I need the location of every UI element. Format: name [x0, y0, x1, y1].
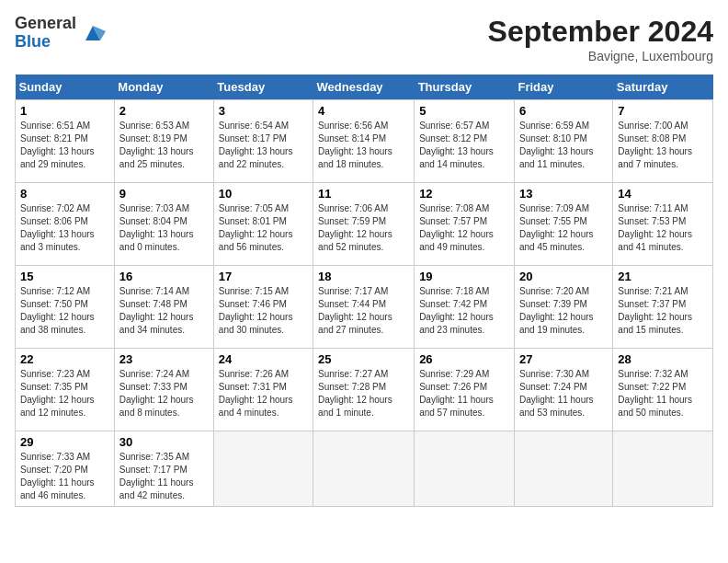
calendar-cell: 13Sunrise: 7:09 AM Sunset: 7:55 PM Dayli…	[514, 183, 612, 266]
calendar-week-row: 22Sunrise: 7:23 AM Sunset: 7:35 PM Dayli…	[16, 349, 713, 431]
calendar-cell: 22Sunrise: 7:23 AM Sunset: 7:35 PM Dayli…	[16, 349, 115, 431]
calendar-cell: 3Sunrise: 6:54 AM Sunset: 8:17 PM Daylig…	[213, 100, 313, 183]
calendar-cell: 28Sunrise: 7:32 AM Sunset: 7:22 PM Dayli…	[613, 349, 713, 431]
calendar-cell: 25Sunrise: 7:27 AM Sunset: 7:28 PM Dayli…	[313, 349, 415, 431]
calendar-cell	[313, 431, 415, 507]
day-info: Sunrise: 7:27 AM Sunset: 7:28 PM Dayligh…	[318, 368, 409, 419]
calendar-cell: 23Sunrise: 7:24 AM Sunset: 7:33 PM Dayli…	[114, 349, 213, 431]
calendar-cell: 16Sunrise: 7:14 AM Sunset: 7:48 PM Dayli…	[114, 266, 213, 349]
calendar-week-row: 15Sunrise: 7:12 AM Sunset: 7:50 PM Dayli…	[16, 266, 713, 349]
day-info: Sunrise: 7:08 AM Sunset: 7:57 PM Dayligh…	[419, 202, 509, 254]
day-number: 18	[318, 270, 409, 283]
day-info: Sunrise: 6:53 AM Sunset: 8:19 PM Dayligh…	[119, 120, 209, 171]
calendar-week-row: 29Sunrise: 7:33 AM Sunset: 7:20 PM Dayli…	[16, 431, 713, 507]
weekday-header: Saturday	[613, 75, 713, 100]
day-info: Sunrise: 7:23 AM Sunset: 7:35 PM Dayligh…	[20, 368, 109, 419]
calendar-week-row: 8Sunrise: 7:02 AM Sunset: 8:06 PM Daylig…	[16, 183, 713, 266]
calendar-cell	[415, 431, 515, 507]
day-number: 24	[219, 352, 308, 366]
calendar-cell: 30Sunrise: 7:35 AM Sunset: 7:17 PM Dayli…	[114, 431, 213, 507]
calendar-cell: 18Sunrise: 7:17 AM Sunset: 7:44 PM Dayli…	[313, 266, 415, 349]
day-info: Sunrise: 7:12 AM Sunset: 7:50 PM Dayligh…	[20, 285, 109, 337]
day-info: Sunrise: 7:24 AM Sunset: 7:33 PM Dayligh…	[119, 368, 209, 419]
calendar-cell: 26Sunrise: 7:29 AM Sunset: 7:26 PM Dayli…	[415, 349, 515, 431]
calendar-cell: 4Sunrise: 6:56 AM Sunset: 8:14 PM Daylig…	[313, 100, 415, 183]
day-number: 22	[20, 352, 109, 366]
calendar-cell: 19Sunrise: 7:18 AM Sunset: 7:42 PM Dayli…	[415, 266, 515, 349]
day-info: Sunrise: 7:30 AM Sunset: 7:24 PM Dayligh…	[519, 368, 608, 419]
day-number: 11	[318, 187, 409, 201]
day-number: 26	[419, 352, 509, 366]
day-info: Sunrise: 7:02 AM Sunset: 8:06 PM Dayligh…	[20, 202, 109, 254]
day-number: 29	[20, 435, 109, 449]
day-info: Sunrise: 7:17 AM Sunset: 7:44 PM Dayligh…	[318, 285, 409, 337]
day-number: 6	[519, 104, 608, 118]
day-info: Sunrise: 7:11 AM Sunset: 7:53 PM Dayligh…	[618, 202, 708, 254]
location: Bavigne, Luxembourg	[488, 49, 713, 63]
weekday-header: Tuesday	[213, 75, 313, 100]
day-number: 14	[618, 187, 708, 201]
day-number: 20	[519, 270, 608, 283]
page-header: General Blue September 2024 Bavigne, Lux…	[15, 15, 713, 63]
day-number: 5	[419, 104, 509, 118]
day-info: Sunrise: 7:14 AM Sunset: 7:48 PM Dayligh…	[119, 285, 209, 337]
weekday-header: Sunday	[16, 75, 115, 100]
calendar-cell: 17Sunrise: 7:15 AM Sunset: 7:46 PM Dayli…	[213, 266, 313, 349]
calendar-header-row: SundayMondayTuesdayWednesdayThursdayFrid…	[16, 75, 713, 100]
logo: General Blue	[15, 15, 106, 52]
day-number: 3	[219, 104, 308, 118]
day-info: Sunrise: 7:32 AM Sunset: 7:22 PM Dayligh…	[618, 368, 708, 419]
day-number: 19	[419, 270, 509, 283]
day-info: Sunrise: 7:18 AM Sunset: 7:42 PM Dayligh…	[419, 285, 509, 337]
calendar-cell	[514, 431, 612, 507]
day-number: 16	[119, 270, 209, 283]
calendar-cell: 6Sunrise: 6:59 AM Sunset: 8:10 PM Daylig…	[514, 100, 612, 183]
month-title: September 2024	[488, 15, 713, 49]
calendar-cell: 5Sunrise: 6:57 AM Sunset: 8:12 PM Daylig…	[415, 100, 515, 183]
logo-icon	[80, 20, 106, 46]
calendar-cell: 10Sunrise: 7:05 AM Sunset: 8:01 PM Dayli…	[213, 183, 313, 266]
day-info: Sunrise: 7:05 AM Sunset: 8:01 PM Dayligh…	[219, 202, 308, 254]
title-area: September 2024 Bavigne, Luxembourg	[488, 15, 713, 63]
calendar-cell: 12Sunrise: 7:08 AM Sunset: 7:57 PM Dayli…	[415, 183, 515, 266]
day-number: 15	[20, 270, 109, 283]
day-info: Sunrise: 7:26 AM Sunset: 7:31 PM Dayligh…	[219, 368, 308, 419]
calendar-cell: 14Sunrise: 7:11 AM Sunset: 7:53 PM Dayli…	[613, 183, 713, 266]
logo-blue-text: Blue	[15, 33, 76, 52]
day-info: Sunrise: 6:56 AM Sunset: 8:14 PM Dayligh…	[318, 120, 409, 171]
day-number: 12	[419, 187, 509, 201]
calendar-cell: 1Sunrise: 6:51 AM Sunset: 8:21 PM Daylig…	[16, 100, 115, 183]
day-info: Sunrise: 7:15 AM Sunset: 7:46 PM Dayligh…	[219, 285, 308, 337]
day-number: 8	[20, 187, 109, 201]
calendar-cell: 24Sunrise: 7:26 AM Sunset: 7:31 PM Dayli…	[213, 349, 313, 431]
day-info: Sunrise: 7:29 AM Sunset: 7:26 PM Dayligh…	[419, 368, 509, 419]
calendar-week-row: 1Sunrise: 6:51 AM Sunset: 8:21 PM Daylig…	[16, 100, 713, 183]
calendar-cell: 21Sunrise: 7:21 AM Sunset: 7:37 PM Dayli…	[613, 266, 713, 349]
calendar-table: SundayMondayTuesdayWednesdayThursdayFrid…	[15, 75, 713, 507]
weekday-header: Friday	[514, 75, 612, 100]
day-number: 28	[618, 352, 708, 366]
weekday-header: Thursday	[415, 75, 515, 100]
calendar-cell: 20Sunrise: 7:20 AM Sunset: 7:39 PM Dayli…	[514, 266, 612, 349]
day-number: 25	[318, 352, 409, 366]
day-info: Sunrise: 7:03 AM Sunset: 8:04 PM Dayligh…	[119, 202, 209, 254]
day-number: 23	[119, 352, 209, 366]
day-number: 2	[119, 104, 209, 118]
day-number: 21	[618, 270, 708, 283]
day-info: Sunrise: 7:20 AM Sunset: 7:39 PM Dayligh…	[519, 285, 608, 337]
day-number: 1	[20, 104, 109, 118]
day-info: Sunrise: 6:54 AM Sunset: 8:17 PM Dayligh…	[219, 120, 308, 171]
weekday-header: Monday	[114, 75, 213, 100]
day-info: Sunrise: 6:59 AM Sunset: 8:10 PM Dayligh…	[519, 120, 608, 171]
day-number: 17	[219, 270, 308, 283]
day-number: 30	[119, 435, 209, 449]
calendar-cell	[213, 431, 313, 507]
weekday-header: Wednesday	[313, 75, 415, 100]
calendar-cell: 2Sunrise: 6:53 AM Sunset: 8:19 PM Daylig…	[114, 100, 213, 183]
day-number: 9	[119, 187, 209, 201]
day-info: Sunrise: 6:57 AM Sunset: 8:12 PM Dayligh…	[419, 120, 509, 171]
calendar-cell: 8Sunrise: 7:02 AM Sunset: 8:06 PM Daylig…	[16, 183, 115, 266]
day-number: 7	[618, 104, 708, 118]
day-number: 13	[519, 187, 608, 201]
day-info: Sunrise: 6:51 AM Sunset: 8:21 PM Dayligh…	[20, 120, 109, 171]
